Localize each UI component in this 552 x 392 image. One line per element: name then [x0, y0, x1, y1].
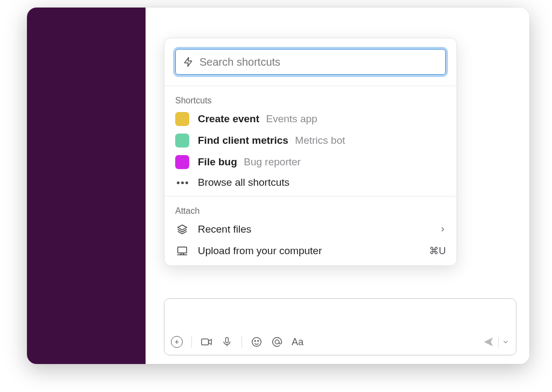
svg-point-4	[254, 340, 256, 341]
search-field[interactable]	[175, 49, 446, 75]
attach-section: Attach Recent files	[164, 197, 457, 265]
chevron-right-icon	[439, 226, 446, 233]
video-icon[interactable]	[201, 336, 212, 348]
attach-heading: Attach	[175, 206, 446, 216]
app-swatch-icon	[175, 134, 189, 148]
svg-point-6	[275, 340, 279, 344]
shortcut-create-event[interactable]: Create event Events app	[175, 112, 446, 126]
browse-all-shortcuts[interactable]: Browse all shortcuts	[175, 177, 446, 188]
shortcut-text: Find client metrics Metrics bot	[198, 135, 345, 146]
more-horizontal-icon	[175, 181, 189, 184]
toolbar-separator	[242, 336, 242, 348]
browse-label: Browse all shortcuts	[198, 177, 289, 188]
toolbar-separator	[191, 336, 192, 348]
recent-files-label: Recent files	[198, 223, 416, 235]
shortcut-subtitle: Events app	[266, 113, 318, 124]
shortcut-subtitle: Metrics bot	[295, 135, 345, 146]
shortcuts-section: Shortcuts Create event Events app Find c…	[164, 86, 457, 196]
upload-label: Upload from your computer	[198, 245, 416, 257]
send-button[interactable]	[482, 336, 495, 348]
send-options-button[interactable]	[502, 338, 509, 346]
sidebar	[27, 8, 146, 364]
toolbar-separator	[498, 337, 499, 347]
microphone-icon[interactable]	[221, 336, 233, 348]
shortcut-text: Create event Events app	[198, 113, 318, 125]
emoji-icon[interactable]	[251, 336, 263, 348]
svg-point-5	[258, 340, 259, 341]
add-attachment-button[interactable]	[171, 336, 183, 348]
shortcut-find-client-metrics[interactable]: Find client metrics Metrics bot	[175, 134, 446, 148]
app-swatch-icon	[175, 155, 189, 169]
main-area: Shortcuts Create event Events app Find c…	[146, 8, 529, 364]
shortcut-subtitle: Bug reporter	[244, 156, 301, 167]
shortcut-title: Create event	[198, 113, 259, 124]
svg-rect-2	[226, 338, 229, 343]
svg-rect-0	[178, 247, 187, 253]
app-frame: Shortcuts Create event Events app Find c…	[27, 8, 529, 364]
composer-toolbar: Aa	[164, 329, 516, 355]
search-area	[164, 38, 457, 86]
svg-rect-1	[202, 339, 209, 345]
shortcuts-list: Create event Events app Find client metr…	[175, 112, 446, 188]
app-swatch-icon	[175, 112, 189, 126]
shortcut-file-bug[interactable]: File bug Bug reporter	[175, 155, 446, 169]
shortcut-title: File bug	[198, 156, 237, 167]
layers-icon	[175, 222, 189, 236]
shortcuts-heading: Shortcuts	[175, 96, 446, 106]
upload-from-computer-item[interactable]: Upload from your computer ⌘U	[175, 244, 446, 258]
search-input[interactable]	[199, 56, 439, 68]
shortcut-text: File bug Bug reporter	[198, 156, 301, 168]
message-composer[interactable]: Aa	[164, 298, 516, 355]
attach-list: Recent files Upload from your computer	[175, 222, 446, 258]
mention-icon[interactable]	[271, 336, 283, 348]
svg-point-3	[252, 338, 261, 347]
shortcut-title: Find client metrics	[198, 135, 288, 146]
shortcuts-lightning-icon	[182, 56, 194, 68]
shortcuts-popup: Shortcuts Create event Events app Find c…	[164, 38, 457, 266]
keyboard-shortcut: ⌘U	[424, 245, 446, 257]
submenu-indicator	[424, 226, 446, 233]
computer-icon	[175, 244, 189, 258]
formatting-icon[interactable]: Aa	[292, 336, 303, 348]
recent-files-item[interactable]: Recent files	[175, 222, 446, 236]
